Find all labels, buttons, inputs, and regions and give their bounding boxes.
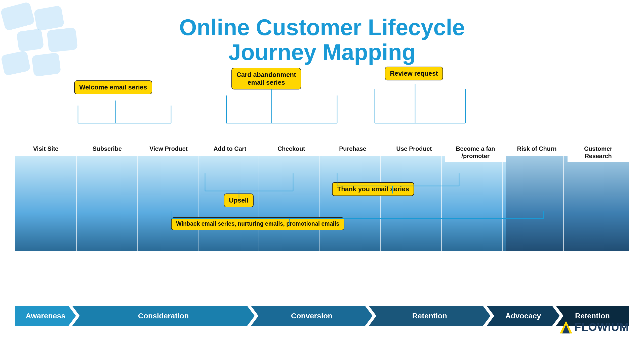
card-abandonment-tag: Card abandonment email series [231,68,301,89]
stage-label-checkout: Checkout [261,143,322,155]
stage-visit-site: Visit Site [15,143,76,251]
lifecycle-bar: Awareness Consideration Conversion Reten… [15,306,629,326]
stage-label-customer-research: Customer Research [568,143,629,162]
stage-risk-of-churn: Risk of Churn [506,143,568,251]
welcome-email-tag: Welcome email series [74,80,152,94]
lifecycle-conversion-label: Conversion [291,312,333,320]
stage-label-add-to-cart: Add to Cart [199,143,261,155]
winback-tag: Winback email series, nurturing emails, … [171,217,344,230]
title-line1: Online Customer Lifecycle [0,15,644,40]
title-area: Online Customer Lifecycle Journey Mappin… [0,0,644,65]
lifecycle-retention2-label: Retention [575,312,610,320]
stage-purchase: Purchase [322,143,383,251]
stage-subscribe: Subscribe [76,143,138,251]
stage-checkout: Checkout [261,143,322,251]
stages-row: Visit Site Subscribe View Product Add to… [15,143,629,251]
flowium-logo-icon [560,321,572,333]
upsell-tag: Upsell [224,193,254,207]
stage-become-fan: Become a fan /promoter [445,143,506,251]
flowium-logo-text: FLOWIUM [574,321,629,333]
review-request-tag: Review request [385,67,443,80]
title-line2: Journey Mapping [0,40,644,65]
stage-label-purchase: Purchase [322,143,383,155]
lifecycle-retention-label: Retention [412,312,447,320]
stage-view-product: View Product [138,143,199,251]
lifecycle-awareness: Awareness [15,306,76,326]
stage-customer-research: Customer Research [568,143,629,251]
flowium-logo: FLOWIUM [560,321,629,333]
lifecycle-conversion: Conversion [251,306,373,326]
journey-area: Visit Site Subscribe View Product Add to… [15,143,629,251]
lifecycle-advocacy-label: Advocacy [505,312,541,320]
lifecycle-advocacy: Advocacy [487,306,560,326]
lifecycle-awareness-label: Awareness [26,312,65,320]
stage-use-product: Use Product [383,143,445,251]
thank-you-tag: Thank you email series [332,182,414,196]
stage-label-risk-of-churn: Risk of Churn [506,143,568,155]
stage-label-view-product: View Product [138,143,199,155]
lifecycle-consideration-label: Consideration [138,312,189,320]
stage-label-subscribe: Subscribe [76,143,138,155]
stage-label-use-product: Use Product [383,143,445,155]
stage-label-become-fan: Become a fan /promoter [445,143,506,162]
lifecycle-consideration: Consideration [72,306,255,326]
stage-label-visit-site: Visit Site [15,143,76,155]
lifecycle-retention: Retention [369,306,491,326]
